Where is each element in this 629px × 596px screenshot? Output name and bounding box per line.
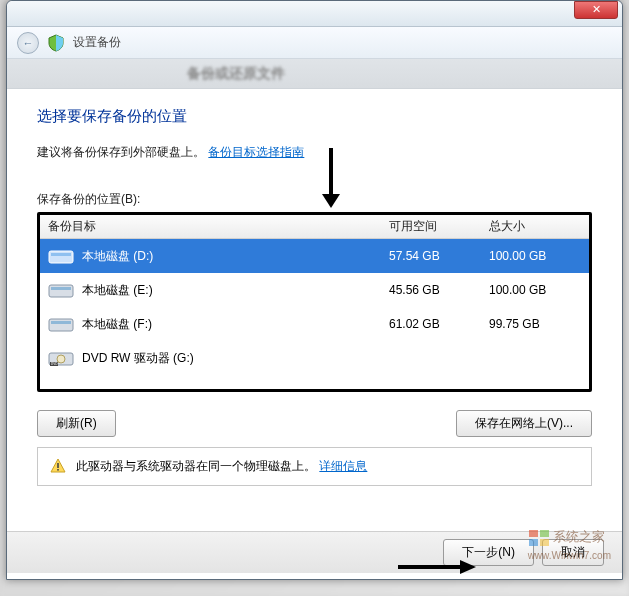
close-button[interactable]: ✕ [574,1,618,19]
svg-rect-10 [57,463,59,468]
svg-rect-5 [51,321,71,324]
drive-free: 57.54 GB [389,249,489,263]
drive-total: 100.00 GB [489,249,589,263]
dialog-window: ✕ ← 设置备份 备份或还原文件 选择要保存备份的位置 建议将备份保存到外部硬盘… [6,0,623,580]
svg-rect-16 [529,530,538,537]
col-free: 可用空间 [389,218,489,235]
svg-point-7 [57,355,65,363]
svg-rect-18 [529,539,538,546]
parent-window-title: 备份或还原文件 [187,65,285,83]
parent-window-strip: 备份或还原文件 [7,59,622,89]
svg-rect-4 [49,319,73,331]
subtitle-text: 建议将备份保存到外部硬盘上。 [37,145,205,159]
svg-rect-0 [49,251,73,263]
titlebar: ✕ [7,1,622,27]
svg-rect-1 [51,253,71,256]
watermark: 系统之家 www.Winwin7.com [528,528,611,562]
svg-rect-17 [540,530,549,537]
drive-name: DVD RW 驱动器 (G:) [82,350,194,367]
content-area: 选择要保存备份的位置 建议将备份保存到外部硬盘上。 备份目标选择指南 保存备份的… [7,89,622,496]
dvd-icon: DVD [48,348,74,368]
svg-rect-2 [49,285,73,297]
drive-name: 本地磁盘 (F:) [82,316,152,333]
warning-details-link[interactable]: 详细信息 [319,459,367,473]
svg-text:DVD: DVD [51,362,58,366]
drive-name: 本地磁盘 (D:) [82,248,153,265]
warning-text: 此驱动器与系统驱动器在同一个物理磁盘上。 [76,459,316,473]
nav-header: ← 设置备份 [7,27,622,59]
svg-rect-19 [540,539,549,546]
drive-row-f[interactable]: 本地磁盘 (F:) 61.02 GB 99.75 GB [40,307,589,341]
warning-text-wrap: 此驱动器与系统驱动器在同一个物理磁盘上。 详细信息 [76,458,367,475]
nav-title: 设置备份 [73,34,121,51]
hdd-icon [48,246,74,266]
drive-list-header: 备份目标 可用空间 总大小 [40,215,589,239]
drive-total: 100.00 GB [489,283,589,297]
drive-row-d[interactable]: 本地磁盘 (D:) 57.54 GB 100.00 GB [40,239,589,273]
col-target: 备份目标 [40,218,389,235]
next-button[interactable]: 下一步(N) [443,539,534,566]
watermark-text: 系统之家 [553,529,605,544]
drive-name: 本地磁盘 (E:) [82,282,153,299]
page-title: 选择要保存备份的位置 [37,107,592,126]
shield-icon [47,34,65,52]
svg-rect-11 [57,469,59,471]
drive-row-g[interactable]: DVD DVD RW 驱动器 (G:) [40,341,589,375]
warning-box: 此驱动器与系统驱动器在同一个物理磁盘上。 详细信息 [37,447,592,486]
hdd-icon [48,314,74,334]
button-row: 刷新(R) 保存在网络上(V)... [37,410,592,437]
watermark-url: www.Winwin7.com [528,550,611,561]
guide-link[interactable]: 备份目标选择指南 [208,145,304,159]
warning-icon [50,458,66,474]
back-arrow-icon: ← [23,37,34,49]
drive-total: 99.75 GB [489,317,589,331]
save-network-button[interactable]: 保存在网络上(V)... [456,410,592,437]
back-button[interactable]: ← [17,32,39,54]
drive-row-e[interactable]: 本地磁盘 (E:) 45.56 GB 100.00 GB [40,273,589,307]
list-label: 保存备份的位置(B): [37,191,592,208]
col-total: 总大小 [489,218,589,235]
close-icon: ✕ [592,3,601,15]
drive-free: 61.02 GB [389,317,489,331]
subtitle-row: 建议将备份保存到外部硬盘上。 备份目标选择指南 [37,144,592,161]
refresh-button[interactable]: 刷新(R) [37,410,116,437]
hdd-icon [48,280,74,300]
drive-free: 45.56 GB [389,283,489,297]
svg-rect-3 [51,287,71,290]
drive-list-box: 备份目标 可用空间 总大小 本地磁盘 (D:) 57.54 GB 100.00 … [37,212,592,392]
watermark-logo-icon [528,529,550,547]
